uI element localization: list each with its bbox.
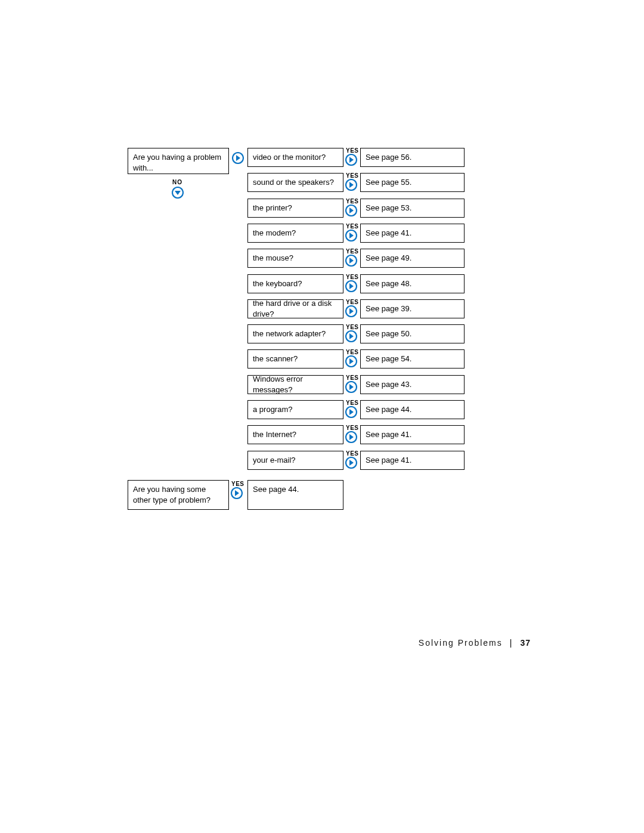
problem-item-box: the modem? xyxy=(247,224,343,243)
question-box-other-problem: Are you having some other type of proble… xyxy=(128,480,229,510)
no-label: NO xyxy=(172,179,182,185)
yes-label: YES xyxy=(346,172,359,179)
arrow-right-icon xyxy=(345,406,357,418)
problem-item-box: the keyboard? xyxy=(247,274,343,293)
footer-page-number: 37 xyxy=(520,638,531,648)
see-page-box: See page 44. xyxy=(247,480,343,510)
see-page-box: See page 43. xyxy=(360,375,465,394)
yes-label: YES xyxy=(346,400,359,406)
yes-label: YES xyxy=(346,450,359,457)
yes-label: YES xyxy=(346,198,359,205)
arrow-right-icon xyxy=(345,457,357,469)
arrow-right-icon xyxy=(345,330,357,342)
yes-label: YES xyxy=(346,425,359,431)
problem-item-box: the mouse? xyxy=(247,249,343,268)
see-page-box: See page 56. xyxy=(360,148,465,167)
problem-item-box: your e-mail? xyxy=(247,451,343,470)
see-page-box: See page 54. xyxy=(360,349,465,368)
see-page-box: See page 41. xyxy=(360,451,465,470)
see-page-box: See page 41. xyxy=(360,425,465,444)
yes-label: YES xyxy=(346,248,359,255)
see-page-box: See page 53. xyxy=(360,199,465,218)
yes-label: YES xyxy=(346,223,359,230)
arrow-right-icon xyxy=(345,205,357,216)
yes-label: YES xyxy=(231,481,244,487)
yes-label: YES xyxy=(346,299,359,305)
page-footer: Solving Problems|37 xyxy=(419,638,531,648)
see-page-box: See page 44. xyxy=(360,400,465,419)
problem-item-box: the printer? xyxy=(247,199,343,218)
yes-label: YES xyxy=(346,374,359,381)
yes-label: YES xyxy=(346,349,359,355)
arrow-right-icon xyxy=(345,305,357,317)
yes-label: YES xyxy=(346,324,359,330)
see-page-box: See page 55. xyxy=(360,173,465,192)
arrow-right-icon xyxy=(345,230,357,241)
arrow-right-icon xyxy=(345,280,357,292)
problem-item-box: the Internet? xyxy=(247,425,343,444)
question-box-having-problem-with: Are you having a problem with... xyxy=(128,148,229,174)
arrow-right-icon xyxy=(232,152,244,164)
problem-item-box: a program? xyxy=(247,400,343,419)
problem-item-box: Windows error messages? xyxy=(247,375,343,394)
arrow-right-icon xyxy=(345,355,357,367)
see-page-box: See page 39. xyxy=(360,299,465,318)
problem-item-box: the network adapter? xyxy=(247,324,343,343)
arrow-right-icon xyxy=(345,179,357,191)
yes-label: YES xyxy=(346,147,359,154)
arrow-right-icon xyxy=(345,431,357,443)
problem-item-box: sound or the speakers? xyxy=(247,173,343,192)
yes-label: YES xyxy=(346,274,359,280)
arrow-down-icon xyxy=(172,187,184,199)
problem-item-box: video or the monitor? xyxy=(247,148,343,167)
see-page-box: See page 41. xyxy=(360,224,465,243)
see-page-box: See page 50. xyxy=(360,324,465,343)
footer-separator: | xyxy=(510,638,513,648)
arrow-right-icon xyxy=(345,255,357,267)
see-page-box: See page 48. xyxy=(360,274,465,293)
arrow-right-icon xyxy=(345,154,357,166)
footer-section: Solving Problems xyxy=(419,638,503,648)
arrow-right-icon xyxy=(345,381,357,393)
problem-item-box: the scanner? xyxy=(247,349,343,368)
problem-item-box: the hard drive or a disk drive? xyxy=(247,299,343,318)
arrow-right-icon xyxy=(231,487,243,499)
see-page-box: See page 49. xyxy=(360,249,465,268)
